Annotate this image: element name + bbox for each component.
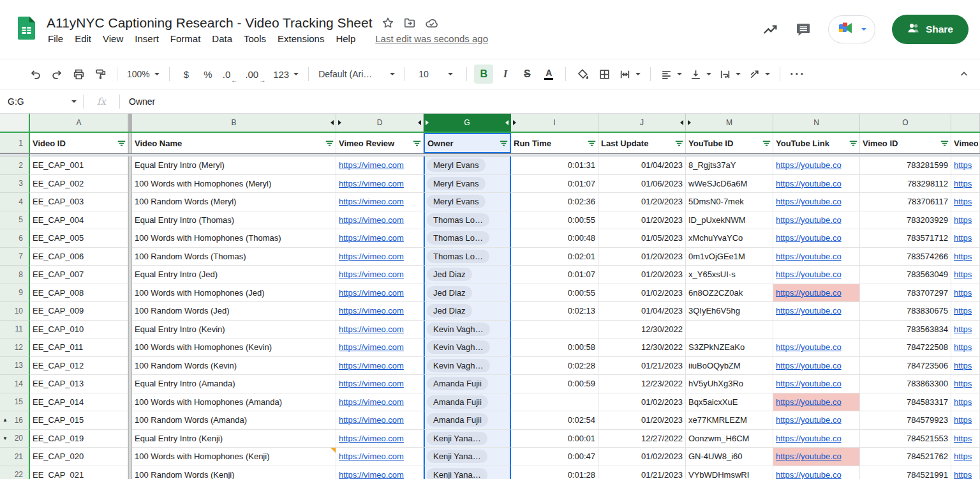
cell-I13[interactable]: 0:02:28 (511, 357, 598, 376)
cell-D12[interactable]: https://vimeo.com (336, 338, 424, 357)
cell-G9[interactable]: Jed Diaz (424, 284, 511, 303)
cell-O6[interactable]: 783571712 (860, 229, 951, 248)
cell-M12[interactable]: S3ZPkNZEaKo (686, 338, 773, 357)
cell-I12[interactable]: 0:00:58 (511, 338, 598, 357)
cell-B20[interactable]: Equal Entry Intro (Kenji) (132, 430, 336, 448)
row-header-8[interactable]: 8 (0, 266, 30, 284)
hidden-rows-up-indicator[interactable]: ▲ (3, 417, 8, 423)
filter-icon[interactable] (325, 139, 334, 148)
cell-A21[interactable]: EE_CAP_020 (30, 448, 128, 466)
cell-M11[interactable] (686, 321, 773, 339)
owner-chip[interactable]: Meryl Evans (427, 177, 486, 190)
cell-O9[interactable]: 783707297 (860, 284, 951, 303)
cell-A22[interactable]: EE_CAP_021 (30, 466, 128, 479)
cell-B4[interactable]: 100 Random Words (Meryl) (132, 193, 336, 211)
cell-A12[interactable]: EE_CAP_011 (30, 338, 128, 357)
cell-link[interactable]: https (954, 288, 972, 298)
cell-I9[interactable]: 0:00:55 (511, 284, 598, 303)
cell-G22[interactable]: Kenji Yana… (424, 466, 511, 479)
cell-link[interactable]: https://vimeo.com (339, 233, 404, 243)
cell-link[interactable]: https://vimeo.com (339, 397, 404, 407)
cell-link[interactable]: https://youtube.co (776, 452, 842, 461)
cell-link[interactable]: https (954, 434, 972, 443)
cell-A4[interactable]: EE_CAP_003 (30, 193, 128, 211)
hidden-columns-indicator[interactable] (505, 120, 509, 125)
cell-D5[interactable]: https://vimeo.com (336, 211, 424, 230)
cell-link[interactable]: https://youtube.co (776, 215, 842, 225)
cell-J10[interactable]: 01/04/2023 (598, 302, 686, 321)
cell-link[interactable]: https://vimeo.com (339, 415, 404, 425)
cell-c108[interactable]: https (951, 266, 980, 284)
row-header-12[interactable]: 12 (0, 338, 30, 357)
cell-A14[interactable]: EE_CAP_013 (30, 375, 128, 393)
cell-A16[interactable]: EE_CAP_015 (30, 411, 128, 430)
bold-button[interactable]: B (474, 65, 493, 84)
owner-chip[interactable]: Kenji Yana… (427, 450, 487, 463)
row-header-5[interactable]: 5 (0, 211, 30, 230)
cell-N14[interactable]: https://youtube.co (773, 375, 860, 393)
cell-M2[interactable]: 8_Rgjts37aY (686, 156, 773, 175)
cell-A2[interactable]: EE_CAP_001 (30, 156, 128, 175)
header-cell-O1[interactable]: Vimeo ID (860, 133, 951, 153)
sheets-logo-icon[interactable] (18, 17, 35, 42)
owner-chip[interactable]: Kevin Vagh… (427, 323, 490, 336)
cell-N12[interactable]: https://youtube.co (773, 338, 860, 357)
cell-N6[interactable]: https://youtube.co (773, 229, 860, 248)
cell-link[interactable]: https (954, 252, 972, 261)
cell-J4[interactable]: 01/20/2023 (598, 193, 686, 211)
column-header-J[interactable]: J (598, 114, 686, 132)
cell-I7[interactable]: 0:02:01 (511, 248, 598, 266)
cell-link[interactable]: https://vimeo.com (339, 379, 404, 388)
cell-link[interactable]: https (954, 470, 972, 479)
header-cell-I1[interactable]: Run Time (511, 133, 598, 153)
cell-M16[interactable]: xe77KMRLEZM (686, 411, 773, 430)
filter-icon[interactable] (762, 139, 771, 148)
owner-chip[interactable]: Jed Diaz (427, 268, 472, 281)
cell-link[interactable]: https://vimeo.com (339, 197, 404, 206)
cell-c104[interactable]: https (951, 193, 980, 211)
row-header-11[interactable]: 11 (0, 321, 30, 339)
cell-M20[interactable]: Oonzwm_H6CM (686, 430, 773, 448)
cell-O3[interactable]: 783298112 (860, 175, 951, 194)
column-header-M[interactable]: M (686, 114, 773, 132)
borders-button[interactable] (595, 65, 614, 84)
header-cell-J1[interactable]: Last Update (598, 133, 686, 153)
cell-M4[interactable]: 5DmsN0-7mek (686, 193, 773, 211)
cell-I21[interactable]: 0:00:47 (511, 448, 598, 466)
cell-c105[interactable]: https (951, 211, 980, 230)
cell-O5[interactable]: 783203929 (860, 211, 951, 230)
cell-M14[interactable]: hV5yUhXg3Ro (686, 375, 773, 393)
cell-O15[interactable]: 784583317 (860, 393, 951, 412)
owner-chip[interactable]: Amanda Fujii (427, 377, 488, 390)
cell-D11[interactable]: https://vimeo.com (336, 321, 424, 339)
cell-link[interactable]: https (954, 306, 972, 316)
hidden-columns-indicator[interactable] (680, 120, 683, 125)
cell-M5[interactable]: ID_pUxekNWM (686, 211, 773, 230)
share-button[interactable]: Share (892, 15, 969, 44)
paint-format-button[interactable] (91, 65, 110, 84)
cell-D6[interactable]: https://vimeo.com (336, 229, 424, 248)
row-header-7[interactable]: 7 (0, 248, 30, 266)
cell-c1015[interactable]: https (951, 393, 980, 412)
owner-chip[interactable]: Thomas Lo… (427, 231, 489, 245)
row-header-21[interactable]: 21 (0, 448, 30, 466)
cell-N13[interactable]: https://youtube.co (773, 357, 860, 376)
cell-M9[interactable]: 6n8OZ2CZ0ak (686, 284, 773, 303)
cell-N2[interactable]: https://youtube.co (773, 156, 860, 175)
cell-link[interactable]: https://youtube.co (776, 470, 842, 479)
cell-D21[interactable]: https://vimeo.com (336, 448, 424, 466)
horizontal-align-button[interactable] (658, 65, 685, 84)
cell-link[interactable]: https://youtube.co (776, 361, 842, 370)
cell-link[interactable]: https (954, 179, 972, 188)
print-button[interactable] (69, 65, 88, 84)
row-header-22[interactable]: 22 (0, 466, 30, 479)
column-header-c10[interactable] (951, 114, 980, 132)
row-header-13[interactable]: 13 (0, 357, 30, 376)
owner-chip[interactable]: Thomas Lo… (427, 213, 489, 227)
filter-icon[interactable] (499, 139, 509, 148)
cell-G16[interactable]: Amanda Fujii (424, 411, 511, 430)
cell-c1012[interactable]: https (951, 338, 980, 357)
cell-O7[interactable]: 783574266 (860, 248, 951, 266)
cell-N20[interactable]: https://youtube.co (773, 430, 860, 448)
cell-M13[interactable]: iiuBoOQybZM (686, 357, 773, 376)
